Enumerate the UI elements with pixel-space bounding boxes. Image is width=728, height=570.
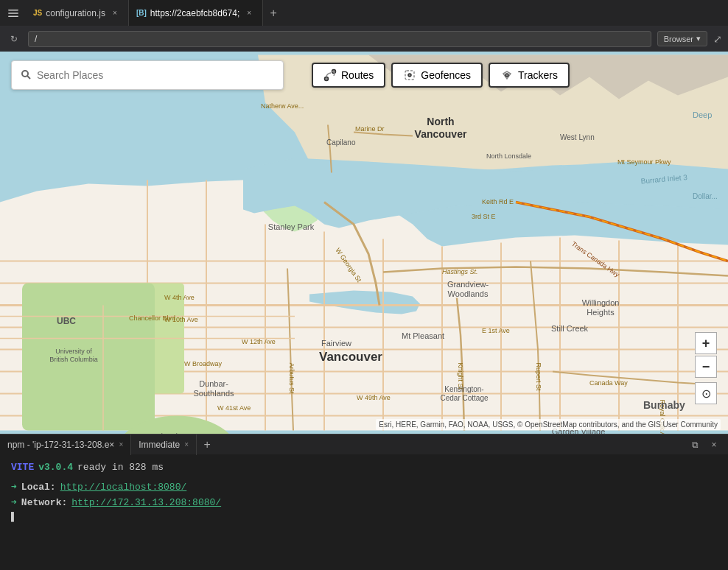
svg-text:Southlands: Southlands xyxy=(193,389,234,398)
svg-text:E 1st Ave: E 1st Ave xyxy=(482,327,510,334)
svg-text:UBC: UBC xyxy=(57,316,76,326)
svg-text:Fairview: Fairview xyxy=(321,339,351,348)
trackers-button[interactable]: Trackers xyxy=(489,63,570,88)
geofences-label: Geofences xyxy=(421,69,471,81)
svg-text:W 4th Ave: W 4th Ave xyxy=(164,294,195,301)
terminal-tab-npm[interactable]: npm - 'ip-172-31-13-208.e× × xyxy=(0,434,131,455)
network-label: Network: xyxy=(21,496,67,511)
add-tab-button[interactable]: + xyxy=(263,3,284,24)
tab-js-label: configuration.js xyxy=(46,8,105,18)
open-external-button[interactable]: ⤢ xyxy=(713,33,722,45)
routes-label: Routes xyxy=(341,69,374,81)
svg-text:Woodlands: Woodlands xyxy=(448,289,489,298)
tab-js-close[interactable]: × xyxy=(109,7,121,19)
svg-text:Shaughnessy: Shaughnessy xyxy=(157,432,197,434)
geofences-icon xyxy=(403,68,416,82)
svg-text:Arbutus St: Arbutus St xyxy=(288,363,295,395)
terminal-content: VITE v3.0.4 ready in 828 ms ➜ Local: htt… xyxy=(0,454,728,570)
svg-text:Dunbar-: Dunbar- xyxy=(199,379,228,388)
local-url[interactable]: http://localhost:8080/ xyxy=(60,480,187,496)
svg-text:Vancouver: Vancouver xyxy=(319,350,382,364)
terminal-split-button[interactable]: ⧉ xyxy=(687,437,703,453)
network-url[interactable]: http://172.31.13.208:8080/ xyxy=(71,496,221,511)
tab-js[interactable]: JS configuration.js × xyxy=(26,0,129,26)
geofences-button[interactable]: Geofences xyxy=(391,63,483,88)
search-icon xyxy=(21,69,31,82)
tab-url-label: https://2caebfcb8d674; xyxy=(150,8,239,18)
tabs-bar: JS configuration.js × [B] https://2caebf… xyxy=(26,0,728,26)
svg-text:University of: University of xyxy=(55,348,92,355)
tab-url[interactable]: [B] https://2caebfcb8d674; × xyxy=(129,0,263,26)
vite-ready-line: VITE v3.0.4 ready in 828 ms xyxy=(11,460,717,476)
compass-button[interactable]: ⊙ xyxy=(695,382,717,404)
svg-text:Burnaby: Burnaby xyxy=(643,399,685,411)
routes-button[interactable]: Routes xyxy=(312,63,385,88)
search-input[interactable] xyxy=(37,69,274,81)
terminal-tab-immediate-close[interactable]: × xyxy=(184,440,189,448)
terminal-close-button[interactable]: × xyxy=(706,437,722,453)
svg-text:W 49th Ave: W 49th Ave xyxy=(357,394,391,401)
svg-point-80 xyxy=(325,77,329,81)
svg-text:3rd St E: 3rd St E xyxy=(472,213,496,220)
svg-text:British Columbia: British Columbia xyxy=(49,356,98,363)
svg-text:Canada Way: Canada Way xyxy=(589,379,628,387)
terminal-tab-immediate[interactable]: Immediate × xyxy=(131,434,197,455)
svg-text:Chancellor Blvd: Chancellor Blvd xyxy=(129,314,175,322)
svg-text:Still Creek: Still Creek xyxy=(551,324,589,333)
terminal-tab-npm-close[interactable]: × xyxy=(119,440,123,448)
terminal-tab-npm-label: npm - 'ip-172-31-13-208.e× xyxy=(7,440,114,450)
svg-line-79 xyxy=(27,76,30,79)
trackers-icon xyxy=(500,68,514,82)
arrow-network-icon: ➜ xyxy=(11,496,17,511)
svg-text:Dollar...: Dollar... xyxy=(693,192,718,200)
svg-text:Deep: Deep xyxy=(693,110,712,119)
local-label: Local: xyxy=(21,480,56,496)
svg-text:Mt Pleasant: Mt Pleasant xyxy=(402,331,444,340)
svg-text:Mt Seymour Pkwy: Mt Seymour Pkwy xyxy=(617,158,671,166)
svg-text:W 41st Ave: W 41st Ave xyxy=(217,404,251,412)
terminal-actions: ⧉ × xyxy=(687,437,728,453)
address-input[interactable] xyxy=(28,31,651,47)
cursor-line: ▌ xyxy=(11,510,717,526)
nav-buttons: Routes Geofences Trackers xyxy=(312,63,570,88)
arrow-local-icon: ➜ xyxy=(11,480,17,496)
svg-text:W 12th Ave: W 12th Ave xyxy=(242,338,276,345)
terminal-tab-immediate-label: Immediate xyxy=(139,440,180,450)
routes-icon xyxy=(323,68,337,82)
svg-text:Keith Rd E: Keith Rd E xyxy=(482,198,514,205)
svg-text:Natherw Ave...: Natherw Ave... xyxy=(261,102,304,110)
search-box[interactable] xyxy=(11,60,284,90)
vite-ready-text: ready in 828 ms xyxy=(77,460,164,476)
browser-label: Browser xyxy=(664,35,693,43)
svg-point-78 xyxy=(22,71,28,77)
svg-text:Rupert St: Rupert St xyxy=(535,363,542,392)
map-attribution: Esri, HERE, Garmin, FAO, NOAA, USGS, © O… xyxy=(376,419,721,430)
svg-text:Heights: Heights xyxy=(587,308,615,317)
svg-point-84 xyxy=(505,74,508,77)
svg-text:West Lynn: West Lynn xyxy=(560,133,595,141)
svg-point-83 xyxy=(408,74,411,77)
map-container[interactable]: Deep Dollar... Burrard Inlet 3 Hastings … xyxy=(0,52,728,434)
svg-text:North: North xyxy=(427,116,454,127)
local-url-line: ➜ Local: http://localhost:8080/ xyxy=(11,480,717,496)
network-url-line: ➜ Network: http://172.31.13.208:8080/ xyxy=(11,496,717,511)
trackers-label: Trackers xyxy=(518,69,558,81)
browser-button[interactable]: Browser ▾ xyxy=(657,31,707,46)
vite-label: VITE xyxy=(11,460,34,476)
svg-rect-2 xyxy=(8,15,18,17)
svg-text:Grandview-: Grandview- xyxy=(447,280,489,289)
svg-text:Kensington-: Kensington- xyxy=(444,385,483,393)
terminal-add-tab[interactable]: + xyxy=(197,434,217,455)
map-background: Deep Dollar... Burrard Inlet 3 Hastings … xyxy=(0,52,728,434)
zoom-in-button[interactable]: + xyxy=(695,332,717,354)
map-toolbar: Routes Geofences Trackers xyxy=(11,60,717,90)
reload-button[interactable]: ↻ xyxy=(6,31,22,47)
svg-rect-1 xyxy=(8,13,18,14)
terminal-cursor: ▌ xyxy=(11,510,17,526)
terminal-tabs: npm - 'ip-172-31-13-208.e× × Immediate ×… xyxy=(0,434,728,454)
svg-text:Marine Dr: Marine Dr xyxy=(355,125,385,133)
address-bar: ↻ Browser ▾ ⤢ xyxy=(0,26,728,52)
hamburger-menu[interactable] xyxy=(0,0,26,26)
zoom-out-button[interactable]: − xyxy=(695,356,717,378)
tab-url-close[interactable]: × xyxy=(243,7,255,19)
